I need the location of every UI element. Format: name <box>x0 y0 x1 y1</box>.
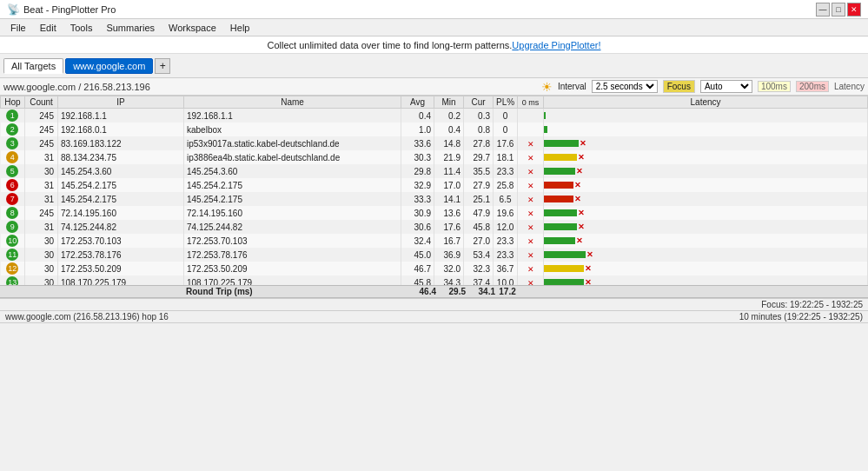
menu-summaries[interactable]: Summaries <box>99 21 162 35</box>
url-tab[interactable]: www.google.com <box>65 58 153 74</box>
avg-cell: 30.3 <box>401 150 434 164</box>
add-target-button[interactable]: + <box>155 58 170 74</box>
hop-cell: 5 <box>1 164 25 178</box>
hop-cell: 13 <box>1 275 25 285</box>
latency-bar <box>544 140 579 147</box>
hop-cell: 3 <box>1 136 25 150</box>
table-row[interactable]: 3 245 83.169.183.122 ip53x9017a.static.k… <box>1 136 868 150</box>
table-row[interactable]: 10 30 172.253.70.103 172.253.70.103 32.4… <box>1 234 868 248</box>
hop-badge: 13 <box>6 276 18 285</box>
latency-bar <box>544 154 577 161</box>
min-cell: 17.0 <box>434 178 464 192</box>
hop-cell: 9 <box>1 220 25 234</box>
count-cell: 31 <box>25 220 58 234</box>
maximize-button[interactable]: □ <box>832 3 845 17</box>
close-button[interactable]: ✕ <box>847 3 861 17</box>
table-row[interactable]: 2 245 192.168.0.1 kabelbox 1.0 0.4 0.8 0 <box>1 123 868 136</box>
ip-cell: 83.169.183.122 <box>58 136 184 150</box>
pln-x: ✕ <box>527 209 534 218</box>
pln-x: ✕ <box>527 140 534 149</box>
focus-select[interactable]: Auto Manual <box>700 80 752 93</box>
pln-indicator-cell: ✕ <box>518 220 544 234</box>
table-row[interactable]: 4 31 88.134.234.75 ip3886ea4b.static.kab… <box>1 150 868 164</box>
graph-header: www.google.com (216.58.213.196) hop 16 1… <box>0 311 868 323</box>
table-row[interactable]: 5 30 145.254.3.60 145.254.3.60 29.8 11.4… <box>1 164 868 178</box>
table-row[interactable]: 11 30 172.253.78.176 172.253.78.176 45.0… <box>1 248 868 262</box>
bar-x: ✕ <box>580 139 586 148</box>
bar-x: ✕ <box>585 278 592 285</box>
pln-cell: 12.0 <box>494 220 518 234</box>
rt-cur: 34.1 <box>466 287 495 296</box>
count-cell: 30 <box>25 234 58 248</box>
minimize-button[interactable]: — <box>816 3 830 17</box>
min-cell: 13.6 <box>434 206 464 220</box>
table-row[interactable]: 9 31 74.125.244.82 74.125.244.82 30.6 17… <box>1 220 868 234</box>
all-targets-tab[interactable]: All Targets <box>3 58 63 74</box>
pln-indicator-cell: ✕ <box>518 192 544 206</box>
table-row[interactable]: 8 245 72.14.195.160 72.14.195.160 30.9 1… <box>1 206 868 220</box>
table-row[interactable]: 12 30 172.253.50.209 172.253.50.209 46.7… <box>1 262 868 275</box>
pln-x: ✕ <box>527 182 534 190</box>
min-cell: 14.8 <box>434 136 464 150</box>
cur-cell: 29.7 <box>464 150 494 164</box>
name-cell: 74.125.244.82 <box>184 220 401 234</box>
table-row[interactable]: 7 31 145.254.2.175 145.254.2.175 33.3 14… <box>1 192 868 206</box>
promo-text: Collect unlimited data over time to find… <box>268 40 513 50</box>
ip-cell: 172.253.70.103 <box>58 234 184 248</box>
hop-cell: 8 <box>1 206 25 220</box>
interval-icon: ☀ <box>541 80 553 94</box>
avg-cell: 45.0 <box>401 248 434 262</box>
bar-cell <box>544 109 868 123</box>
pln-cell: 0 <box>494 109 518 123</box>
focus-label-text: Focus <box>663 80 695 93</box>
ip-cell: 145.254.3.60 <box>58 164 184 178</box>
bar-x: ✕ <box>574 181 581 189</box>
th-avg: Avg <box>401 96 434 109</box>
bar-x: ✕ <box>574 195 581 203</box>
latency-bar <box>544 168 575 175</box>
menu-help[interactable]: Help <box>223 21 257 35</box>
table-row[interactable]: 6 31 145.254.2.175 145.254.2.175 32.9 17… <box>1 178 868 192</box>
hop-cell: 12 <box>1 262 25 275</box>
pln-cell: 36.7 <box>494 262 518 275</box>
pln-cell: 6.5 <box>494 192 518 206</box>
th-min: Min <box>434 96 464 109</box>
title-bar-controls: — □ ✕ <box>816 3 861 17</box>
th-ip: IP <box>58 96 184 109</box>
count-cell: 31 <box>25 150 58 164</box>
pln-indicator-cell: ✕ <box>518 262 544 275</box>
cur-cell: 35.5 <box>464 164 494 178</box>
bar-cell: ✕ <box>544 164 868 178</box>
interval-select[interactable]: 2.5 seconds 5 seconds 10 seconds <box>592 80 658 93</box>
name-cell: 72.14.195.160 <box>184 206 401 220</box>
bar-cell: ✕ <box>544 150 868 164</box>
count-cell: 31 <box>25 178 58 192</box>
count-cell: 30 <box>25 275 58 285</box>
bar-cell: ✕ <box>544 248 868 262</box>
pln-x: ✕ <box>527 196 534 204</box>
th-cur: Cur <box>464 96 494 109</box>
focus-bar: Focus: 19:22:25 - 1932:25 <box>0 298 868 310</box>
latency-bar <box>544 279 584 285</box>
pln-x: ✕ <box>527 279 534 286</box>
min-cell: 17.6 <box>434 220 464 234</box>
hop-badge: 4 <box>6 151 18 163</box>
table-row[interactable]: 1 245 192.168.1.1 192.168.1.1 0.4 0.2 0.… <box>1 109 868 123</box>
menu-file[interactable]: File <box>3 21 33 35</box>
bar-cell <box>544 123 868 136</box>
count-cell: 245 <box>25 123 58 136</box>
menu-edit[interactable]: Edit <box>33 21 63 35</box>
pln-cell: 23.3 <box>494 164 518 178</box>
menu-tools[interactable]: Tools <box>63 21 100 35</box>
name-cell: ip53x9017a.static.kabel-deutschland.de <box>184 136 401 150</box>
cur-cell: 0.3 <box>464 109 494 123</box>
cur-cell: 32.3 <box>464 262 494 275</box>
name-cell: kabelbox <box>184 123 401 136</box>
hop-table-wrapper[interactable]: Hop Count IP Name Avg Min Cur PL% 0 ms L… <box>0 96 868 285</box>
table-row[interactable]: 13 30 108.170.225.179 108.170.225.179 45… <box>1 275 868 285</box>
promo-link[interactable]: Upgrade PingPlotter! <box>512 40 600 50</box>
bar-x: ✕ <box>586 250 593 259</box>
ip-cell: 108.170.225.179 <box>58 275 184 285</box>
menu-workspace[interactable]: Workspace <box>162 21 223 35</box>
cur-cell: 45.8 <box>464 220 494 234</box>
